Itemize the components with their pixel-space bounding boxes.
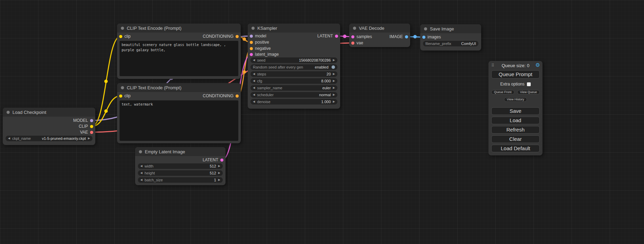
decrement-arrow-icon[interactable]: ◀	[253, 93, 255, 96]
node-header[interactable]: Empty Latent Image	[135, 147, 226, 156]
widget-value: v1-5-pruned-emaonly.ckpt	[42, 136, 86, 141]
latent-socket[interactable]	[220, 159, 223, 162]
node-load-checkpoint[interactable]: Load Checkpoint MODEL CLIP VAE ◀ ckpt_na…	[3, 108, 95, 145]
widget-label: sampler_name	[257, 86, 282, 90]
node-header[interactable]: KSampler	[248, 24, 340, 33]
increment-arrow-icon[interactable]: ▶	[333, 93, 335, 96]
input-slot-vae: vae	[351, 40, 363, 45]
widget-denoise[interactable]: ◀ denoise 1.000 ▶	[250, 99, 337, 105]
increment-arrow-icon[interactable]: ▶	[333, 73, 335, 75]
queue-front-button[interactable]: Queue Front	[491, 90, 514, 94]
widget-scheduler[interactable]: ◀ scheduler normal ▶	[250, 92, 337, 98]
extra-options-label: Extra options	[500, 82, 524, 87]
widget-height[interactable]: ◀ height 512 ▶	[138, 170, 223, 176]
wire-dot-clip-a	[104, 80, 108, 83]
view-queue-button[interactable]: View Queue	[517, 90, 540, 94]
increment-arrow-icon[interactable]: ▶	[333, 59, 335, 62]
conditioning-socket[interactable]	[236, 94, 239, 98]
vae-socket[interactable]	[90, 131, 93, 134]
drag-handle-icon[interactable]: ⠿	[491, 63, 494, 68]
image-socket[interactable]	[405, 35, 408, 38]
decrement-arrow-icon[interactable]: ◀	[253, 59, 255, 62]
node-header[interactable]: VAE Decode	[349, 24, 410, 33]
node-vae-decode[interactable]: VAE Decode samples vae IMAGE	[349, 24, 410, 47]
clear-button[interactable]: Clear	[491, 135, 540, 143]
widget-width[interactable]: ◀ width 512 ▶	[138, 163, 223, 169]
clip-socket[interactable]	[90, 125, 93, 128]
latent-socket[interactable]	[250, 53, 253, 56]
save-button[interactable]: Save	[491, 107, 540, 115]
increment-arrow-icon[interactable]: ▶	[333, 100, 335, 103]
node-ksampler[interactable]: KSampler model positive negative latent_…	[248, 24, 340, 109]
queue-prompt-button[interactable]: Queue Prompt	[491, 70, 540, 79]
node-empty-latent-image[interactable]: Empty Latent Image LATENT ◀ width 512 ▶ …	[135, 147, 226, 185]
decrement-arrow-icon[interactable]: ◀	[140, 165, 142, 168]
decrement-arrow-icon[interactable]: ◀	[140, 172, 142, 174]
node-save-image[interactable]: Save Image images filename_prefix ComfyU…	[420, 24, 481, 51]
node-header[interactable]: CLIP Text Encode (Prompt)	[117, 24, 241, 33]
widget-ckpt-name[interactable]: ◀ ckpt_name v1-5-pruned-emaonly.ckpt ▶	[6, 136, 92, 141]
increment-arrow-icon[interactable]: ▶	[218, 179, 220, 181]
increment-arrow-icon[interactable]: ▶	[333, 80, 335, 82]
settings-gear-icon[interactable]: ⚙	[536, 62, 540, 68]
input-slot-clip: clip	[119, 93, 131, 98]
refresh-button[interactable]: Refresh	[491, 126, 540, 134]
collapse-dot-icon[interactable]	[353, 27, 356, 30]
extra-options-checkbox[interactable]	[527, 82, 531, 86]
conditioning-socket[interactable]	[250, 41, 253, 44]
decrement-arrow-icon[interactable]: ◀	[253, 87, 255, 89]
slot-label: model	[255, 34, 266, 38]
vae-socket[interactable]	[351, 42, 354, 45]
node-header[interactable]: Save Image	[420, 24, 481, 33]
node-clip-text-encode-positive[interactable]: CLIP Text Encode (Prompt) clip CONDITION…	[117, 24, 241, 79]
widget-random-seed-toggle[interactable]: Random seed after every gen enabled	[250, 64, 337, 70]
collapse-dot-icon[interactable]	[7, 111, 10, 114]
decrement-arrow-icon[interactable]: ◀	[140, 179, 142, 181]
increment-arrow-icon[interactable]: ▶	[333, 87, 335, 89]
output-slot-latent: LATENT	[203, 157, 223, 162]
node-header[interactable]: CLIP Text Encode (Prompt)	[117, 83, 241, 92]
conditioning-socket[interactable]	[236, 35, 239, 38]
load-button[interactable]: Load	[491, 117, 540, 124]
widget-sampler-name[interactable]: ◀ sampler_name euler ▶	[250, 85, 337, 91]
toggle-knob-icon[interactable]	[332, 65, 335, 69]
decrement-arrow-icon[interactable]: ◀	[253, 80, 255, 82]
node-clip-text-encode-negative[interactable]: CLIP Text Encode (Prompt) clip CONDITION…	[117, 83, 241, 143]
decrement-arrow-icon[interactable]: ◀	[253, 73, 255, 75]
widget-label: denoise	[257, 100, 271, 104]
negative-prompt-textarea[interactable]: text, watermark	[120, 100, 238, 141]
decrement-arrow-icon[interactable]: ◀	[8, 137, 10, 140]
collapse-dot-icon[interactable]	[252, 27, 255, 30]
widget-cfg[interactable]: ◀ cfg 8.000 ▶	[250, 78, 337, 84]
positive-prompt-textarea[interactable]: beautiful scenery nature glass bottle la…	[120, 41, 238, 76]
slot-label: CONDITIONING	[203, 93, 233, 98]
model-socket[interactable]	[90, 119, 93, 122]
widget-value: 512	[210, 171, 216, 175]
widget-steps[interactable]: ◀ steps 20 ▶	[250, 71, 337, 77]
view-history-button[interactable]: View History	[504, 97, 527, 102]
widget-label: scheduler	[257, 93, 274, 97]
queue-panel-header: ⠿ Queue size: 0 ⚙	[488, 61, 542, 69]
collapse-dot-icon[interactable]	[424, 27, 427, 30]
decrement-arrow-icon[interactable]: ◀	[253, 100, 255, 103]
conditioning-socket[interactable]	[250, 47, 253, 50]
collapse-dot-icon[interactable]	[121, 27, 124, 30]
increment-arrow-icon[interactable]: ▶	[218, 165, 220, 168]
widget-batch-size[interactable]: ◀ batch_size 1 ▶	[138, 177, 223, 183]
collapse-dot-icon[interactable]	[121, 86, 124, 89]
widget-filename-prefix[interactable]: filename_prefix ComfyUI	[423, 41, 478, 46]
load-default-button[interactable]: Load Default	[491, 145, 540, 152]
increment-arrow-icon[interactable]: ▶	[88, 137, 90, 140]
collapse-dot-icon[interactable]	[139, 150, 142, 153]
model-socket[interactable]	[250, 35, 253, 38]
widget-seed[interactable]: ◀ seed 156680208700286 ▶	[250, 57, 337, 63]
latent-socket[interactable]	[335, 35, 338, 38]
clip-socket[interactable]	[119, 94, 122, 98]
image-socket[interactable]	[422, 36, 425, 39]
slot-label: LATENT	[317, 34, 333, 38]
latent-socket[interactable]	[351, 35, 354, 38]
graph-canvas[interactable]: Load Checkpoint MODEL CLIP VAE ◀ ckpt_na…	[0, 0, 644, 244]
clip-socket[interactable]	[119, 35, 122, 38]
increment-arrow-icon[interactable]: ▶	[218, 172, 220, 174]
node-header[interactable]: Load Checkpoint	[3, 108, 95, 117]
